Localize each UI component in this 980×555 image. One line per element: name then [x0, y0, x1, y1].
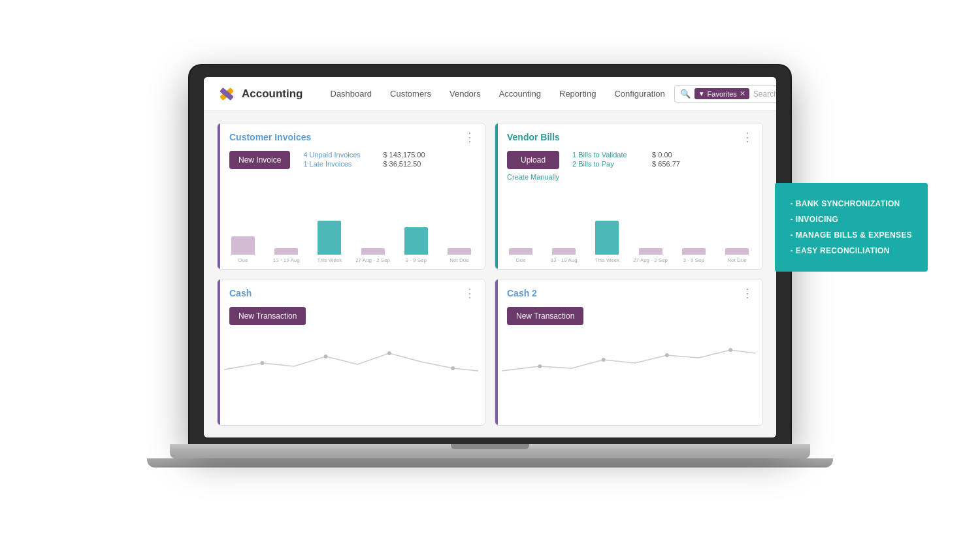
filter-icon: ▼	[698, 90, 705, 97]
callout-box: - BANK SYNCHRONIZATION- INVOICING- MANAG…	[775, 183, 928, 272]
svg-point-3	[324, 355, 328, 358]
customer-invoices-title: Customer Invoices	[229, 132, 311, 142]
bar-chart-invoices: Due13 - 19 AugThis Week27 Aug - 2 Sep3 -…	[224, 218, 478, 264]
bar	[318, 221, 341, 255]
cash2-line-chart	[495, 330, 762, 425]
customer-invoices-actions: New Invoice 4 Unpaid Invoices $ 143,175.…	[218, 148, 485, 174]
callout-line: - MANAGE BILLS & EXPENSES	[791, 227, 912, 243]
bar-group: 13 - 19 Aug	[267, 248, 305, 264]
vendor-stat-label-2: 2 Bills to Pay	[572, 160, 644, 168]
cash-menu-icon[interactable]: ⋮	[464, 287, 476, 299]
bar-label: This Week	[318, 257, 342, 264]
upload-button[interactable]: Upload	[507, 151, 559, 169]
logo-icon	[217, 84, 237, 104]
bar-label: 27 Aug - 2 Sep	[633, 257, 668, 264]
bar-group: 3 - 9 Sep	[675, 248, 713, 264]
laptop: Accounting Dashboard Customers Vendors A…	[189, 65, 791, 490]
favorites-tag: ▼ Favorites ✕	[694, 88, 749, 99]
cash-actions: New Transaction	[218, 304, 485, 330]
cash-title: Cash	[229, 288, 252, 298]
svg-point-9	[728, 348, 732, 352]
callout-line: - INVOICING	[791, 212, 912, 227]
cash2-menu-icon[interactable]: ⋮	[742, 287, 753, 299]
stat-value-1: $ 143,175.00	[383, 151, 425, 159]
bar-label: 13 - 19 Aug	[273, 257, 300, 264]
cash2-title: Cash 2	[507, 288, 537, 298]
bar-label: Due	[238, 257, 248, 264]
bar	[361, 248, 385, 255]
customer-invoices-card: Customer Invoices ⋮ New Invoice 4 Unpaid…	[217, 123, 485, 270]
bar-group: This Week	[588, 221, 626, 264]
bar-group: 13 - 19 Aug	[545, 248, 583, 264]
stat-row-2: 1 Late Invoices $ 36,512.50	[303, 160, 425, 168]
customer-invoices-menu-icon[interactable]: ⋮	[464, 131, 476, 143]
svg-point-7	[602, 358, 606, 362]
bar	[448, 248, 471, 255]
bar	[274, 248, 298, 255]
nav-item-reporting[interactable]: Reporting	[550, 77, 605, 111]
cash2-new-transaction-button[interactable]: New Transaction	[507, 307, 583, 325]
callout-line: - EASY RECONCILIATION	[791, 243, 912, 259]
search-icon: 🔍	[680, 89, 691, 99]
cash2-header: Cash 2 ⋮	[495, 279, 762, 304]
vendor-bills-actions: Upload Create Manually 1 Bills to Valida…	[495, 148, 762, 186]
new-invoice-button[interactable]: New Invoice	[229, 151, 290, 169]
nav-item-configuration[interactable]: Configuration	[605, 77, 674, 111]
create-manually-link[interactable]: Create Manually	[507, 172, 559, 181]
bar-group: This Week	[310, 221, 348, 264]
bar	[682, 248, 706, 255]
bar-group: 27 Aug - 2 Sep	[354, 248, 392, 264]
cash-card: Cash ⋮ New Transaction	[217, 279, 485, 426]
laptop-bezel: Accounting Dashboard Customers Vendors A…	[189, 65, 791, 444]
card-header: Customer Invoices ⋮	[218, 123, 485, 148]
search-bar[interactable]: 🔍 ▼ Favorites ✕ Search...	[674, 85, 776, 103]
bar-group: 27 Aug - 2 Sep	[632, 248, 670, 264]
nav-item-accounting[interactable]: Accounting	[490, 77, 550, 111]
bar-label: 3 - 9 Sep	[406, 257, 427, 264]
app: Accounting Dashboard Customers Vendors A…	[204, 77, 776, 437]
stat-label-1: 4 Unpaid Invoices	[303, 151, 375, 159]
vendor-stat-row-2: 2 Bills to Pay $ 656.77	[572, 160, 680, 168]
search-placeholder: Search...	[753, 89, 776, 99]
stat-value-2: $ 36,512.50	[383, 160, 421, 168]
laptop-screen: Accounting Dashboard Customers Vendors A…	[204, 77, 776, 437]
nav-item-customers[interactable]: Customers	[381, 77, 440, 111]
bar	[552, 248, 576, 255]
vendor-stats: 1 Bills to Validate $ 0.00 2 Bills to Pa…	[572, 151, 680, 168]
main-content: Customer Invoices ⋮ New Invoice 4 Unpaid…	[204, 111, 776, 437]
nav-item-dashboard[interactable]: Dashboard	[321, 77, 382, 111]
topnav: Accounting Dashboard Customers Vendors A…	[204, 77, 776, 111]
vendor-stat-value-2: $ 656.77	[652, 160, 680, 168]
bar-group: Not Due	[440, 248, 478, 264]
bar-chart-vendor: Due13 - 19 AugThis Week27 Aug - 2 Sep3 -…	[502, 218, 756, 264]
bar-group: Due	[224, 236, 262, 264]
bar	[404, 227, 428, 255]
stat-row-1: 4 Unpaid Invoices $ 143,175.00	[303, 151, 425, 159]
hinge-notch	[451, 444, 529, 449]
app-title: Accounting	[242, 87, 303, 101]
bar-label: 27 Aug - 2 Sep	[355, 257, 390, 264]
bar	[725, 248, 749, 255]
nav-item-vendors[interactable]: Vendors	[440, 77, 490, 111]
bar-group: Due	[502, 248, 540, 264]
bar	[231, 236, 255, 255]
laptop-bottom	[170, 444, 810, 458]
svg-point-8	[665, 353, 669, 357]
favorites-close-icon[interactable]: ✕	[740, 89, 745, 98]
cash-line-chart	[218, 330, 485, 425]
bar-label: Not Due	[449, 257, 468, 264]
vendor-stat-value-1: $ 0.00	[652, 151, 672, 159]
laptop-base	[147, 458, 833, 468]
customer-invoices-chart: Due13 - 19 AugThis Week27 Aug - 2 Sep3 -…	[218, 174, 485, 269]
vendor-bills-card: Vendor Bills ⋮ Upload Create Manually	[495, 123, 763, 270]
invoice-stats: 4 Unpaid Invoices $ 143,175.00 1 Late In…	[303, 151, 425, 168]
vendor-bills-menu-icon[interactable]: ⋮	[742, 131, 753, 143]
vendor-stat-label-1: 1 Bills to Validate	[572, 151, 644, 159]
cash2-card: Cash 2 ⋮ New Transaction	[495, 279, 763, 426]
cash-header: Cash ⋮	[218, 279, 485, 304]
bar-label: Not Due	[727, 257, 746, 264]
svg-point-4	[387, 351, 391, 355]
cash-new-transaction-button[interactable]: New Transaction	[229, 307, 306, 325]
search-area: 🔍 ▼ Favorites ✕ Search...	[674, 85, 776, 103]
vendor-bills-chart: Due13 - 19 AugThis Week27 Aug - 2 Sep3 -…	[495, 186, 762, 269]
